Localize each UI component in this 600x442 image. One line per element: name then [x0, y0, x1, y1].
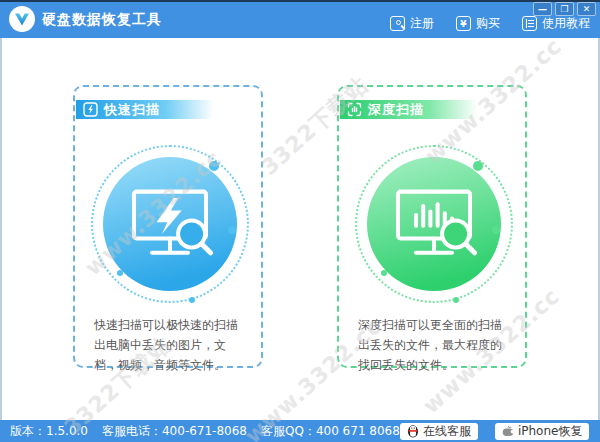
iphone-recovery-label: iPhone恢复 — [518, 423, 583, 440]
decor-dot — [117, 270, 123, 276]
service-phone-label: 客服电话：400-671-8068 — [102, 423, 247, 440]
quick-scan-card[interactable]: 快速扫描 快速扫描可以极快速的扫描出电脑中丢失的图片，文档，视频，音频等文件。 — [73, 85, 263, 368]
quick-scan-ribbon: 快速扫描 — [76, 100, 262, 119]
tutorial-label: 使用教程 — [542, 15, 590, 32]
quick-scan-title: 快速扫描 — [104, 101, 160, 119]
app-logo-icon — [8, 5, 36, 33]
service-qq-label: 客服QQ：400 671 8068 — [261, 423, 400, 440]
scan-badge-icon — [347, 102, 362, 117]
tutorial-icon — [522, 16, 537, 31]
window-controls: — ❐ ✕ — [533, 2, 596, 16]
buy-icon: ¥ — [456, 16, 471, 31]
register-label: 注册 — [410, 15, 434, 32]
decor-dot — [209, 161, 219, 171]
decor-dot — [473, 161, 483, 171]
monitor-lightning-search-icon — [116, 170, 224, 278]
footer-info: 版本：1.5.0.0 客服电话：400-671-8068 客服QQ：400 67… — [0, 423, 400, 440]
quick-scan-icon — [103, 157, 237, 291]
status-bar: 版本：1.5.0.0 客服电话：400-671-8068 客服QQ：400 67… — [0, 420, 600, 442]
decor-dot — [228, 226, 236, 234]
decor-dot — [381, 270, 387, 276]
decor-dot — [453, 297, 459, 303]
quick-scan-description: 快速扫描可以极快速的扫描出电脑中丢失的图片，文档，视频，音频等文件。 — [75, 315, 261, 375]
buy-label: 购买 — [476, 15, 500, 32]
register-link[interactable]: 注册 — [390, 15, 434, 32]
online-support-label: 在线客服 — [423, 423, 471, 440]
maximize-button[interactable]: ❐ — [555, 2, 574, 16]
footer-buttons: 在线客服 iPhone恢复 安卓恢复 — [400, 423, 600, 440]
monitor-bars-search-icon — [380, 170, 488, 278]
deep-scan-ribbon: 深度扫描 — [340, 100, 526, 119]
title-bar: 硬盘数据恢复工具 — ❐ ✕ 注册 ¥ 购买 使用教程 — [0, 2, 600, 38]
lightning-badge-icon — [83, 102, 98, 117]
main-area: 快速扫描 快速扫描可以极快速的扫描出电脑中丢失的图片，文档，视频，音频等文件。 — [0, 38, 600, 420]
buy-link[interactable]: ¥ 购买 — [456, 15, 500, 32]
decor-dot — [492, 226, 500, 234]
app-window: 硬盘数据恢复工具 — ❐ ✕ 注册 ¥ 购买 使用教程 — [0, 0, 600, 442]
tutorial-link[interactable]: 使用教程 — [522, 15, 590, 32]
apple-icon — [502, 424, 514, 438]
deep-scan-description: 深度扫描可以更全面的扫描出丢失的文件，最大程度的找回丢失的文件。 — [339, 315, 525, 375]
iphone-recovery-button[interactable]: iPhone恢复 — [495, 423, 590, 440]
header-links: 注册 ¥ 购买 使用教程 — [390, 15, 590, 32]
page-title: 硬盘数据恢复工具 — [42, 11, 162, 29]
register-icon — [390, 16, 405, 31]
qq-icon — [407, 424, 419, 438]
version-label: 版本：1.5.0.0 — [10, 423, 88, 440]
deep-scan-icon — [367, 157, 501, 291]
deep-scan-title: 深度扫描 — [368, 101, 424, 119]
close-button[interactable]: ✕ — [577, 2, 596, 16]
deep-scan-card[interactable]: 深度扫描 深度扫描可以更全面的扫描出丢失的文件，最大程度的找回丢失的文件。 — [337, 85, 527, 368]
minimize-button[interactable]: — — [533, 2, 552, 16]
decor-dot — [189, 297, 195, 303]
online-support-button[interactable]: 在线客服 — [400, 423, 478, 440]
